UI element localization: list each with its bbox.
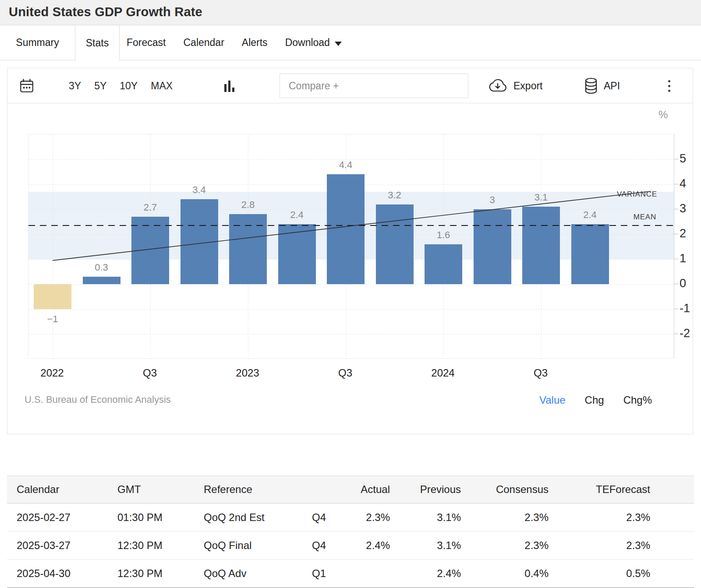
bar[interactable] [425,244,462,284]
y-axis-tick [674,259,678,259]
bar[interactable] [376,204,414,284]
cell-teforecast: 0.5% [577,560,650,587]
col-previous: Previous [395,476,461,503]
mean-label: MEAN [634,213,656,222]
bar[interactable] [522,207,560,284]
y-axis-tick-label: 4 [680,177,701,190]
chart-toolbar: 3Y 5Y 10Y MAX Export [7,68,693,103]
bar[interactable] [83,277,120,284]
col-calendar: Calendar [17,476,59,503]
bar-value-label: −1 [33,313,72,325]
bar-value-label: 4.4 [326,159,365,171]
tab-summary-label: Summary [16,37,59,49]
mode-chg-pct[interactable]: Chg% [623,394,652,406]
x-axis-label: 2023 [221,367,274,379]
gridline-horizontal [28,309,674,310]
cell-actual: 2.4% [324,532,390,559]
tab-summary[interactable]: Summary [0,25,75,60]
bar[interactable] [34,284,71,309]
calendar-table: Calendar GMT Reference Actual Previous C… [7,475,694,588]
cell-actual: 2.3% [324,503,390,531]
cell-gmt: 12:30 PM [117,532,163,559]
col-actual: Actual [324,476,390,503]
bar[interactable] [278,224,316,284]
chart-type-icon[interactable] [224,79,235,93]
range-3y[interactable]: 3Y [69,80,81,92]
tab-bar: Summary Stats Forecast Calendar Alerts D… [0,25,701,60]
x-axis-label: Q3 [124,367,176,379]
y-axis-unit-label: % [659,109,668,121]
api-label: API [604,80,620,92]
y-axis-tick-label: -1 [680,302,701,315]
tab-calendar[interactable]: Calendar [183,37,224,49]
bar[interactable] [327,174,365,284]
tab-alerts[interactable]: Alerts [242,37,268,49]
export-button[interactable]: Export [488,68,542,103]
y-axis-tick [674,234,678,234]
cell-reference: QoQ Adv [204,560,246,587]
tab-download[interactable]: Download [285,37,342,49]
gridline-horizontal [28,334,674,334]
bar[interactable] [131,217,169,284]
y-axis-tick-label: 5 [680,152,701,165]
range-5y[interactable]: 5Y [94,80,106,92]
variance-label: VARIANCE [617,190,657,199]
api-button[interactable]: API [584,68,620,103]
range-max[interactable]: MAX [151,80,173,92]
mode-value[interactable]: Value [539,394,566,406]
cell-teforecast: 2.3% [577,503,650,531]
database-icon [584,77,598,94]
table-row: 2025-03-27 12:30 PM QoQ Final Q4 2.4% 3.… [7,532,694,560]
bar[interactable] [474,209,511,284]
y-axis-tick-label: 0 [680,277,701,290]
bar-value-label: 3 [473,194,512,206]
table-header-row: Calendar GMT Reference Actual Previous C… [7,475,694,503]
cell-gmt: 12:30 PM [117,560,163,587]
y-axis-tick-label: 3 [680,202,701,215]
chart-card: 3Y 5Y 10Y MAX Export [7,68,693,434]
cell-reference: QoQ Final [204,532,251,559]
page-title: United States GDP Growth Rate [0,0,701,19]
bar-value-label: 2.4 [277,209,317,221]
y-axis-tick [674,209,678,209]
bar-value-label: 3.2 [375,190,414,201]
cell-date: 2025-02-27 [17,503,71,531]
range-10y[interactable]: 10Y [120,80,138,92]
cell-reference: QoQ 2nd Est [204,503,265,531]
x-axis-label: 2024 [417,367,469,379]
compare-input[interactable] [280,74,468,98]
table-row: 2025-02-27 01:30 PM QoQ 2nd Est Q4 2.3% … [7,503,694,532]
bar-value-label: 2.8 [228,199,268,211]
y-axis-tick [674,334,678,334]
x-axis-label: Q3 [514,367,567,379]
bar-value-label: 1.6 [424,229,463,241]
cell-previous: 3.1% [395,532,461,559]
chevron-down-icon [335,42,342,46]
bar-value-label: 3.1 [521,192,561,203]
bar-value-label: 2.7 [131,202,170,213]
date-range-calendar-icon[interactable] [19,78,35,94]
col-teforecast: TEForecast [577,476,650,503]
x-axis-label: Q3 [319,367,372,379]
cell-consensus: 0.4% [483,560,549,587]
bar[interactable] [181,199,218,284]
cell-consensus: 2.3% [483,532,549,559]
export-label: Export [513,80,542,92]
cell-previous: 3.1% [395,503,461,531]
y-axis-tick-label: -2 [680,327,701,340]
y-axis-tick [674,284,678,284]
kebab-menu-icon[interactable] [665,68,673,103]
tab-group: Forecast Calendar Alerts Download [120,25,701,60]
y-axis-tick-label: 2 [680,227,701,240]
bar-value-label: 3.4 [180,184,219,196]
y-axis-tick [674,159,678,159]
mean-line [28,225,674,226]
col-consensus: Consensus [483,476,549,503]
bar-value-label: 0.3 [82,262,121,273]
tab-stats[interactable]: Stats [75,25,120,60]
bar[interactable] [571,224,609,284]
mode-chg[interactable]: Chg [585,394,604,406]
range-selector: 3Y 5Y 10Y MAX [69,68,173,103]
tab-forecast[interactable]: Forecast [127,37,166,49]
cell-gmt: 01:30 PM [117,503,163,531]
